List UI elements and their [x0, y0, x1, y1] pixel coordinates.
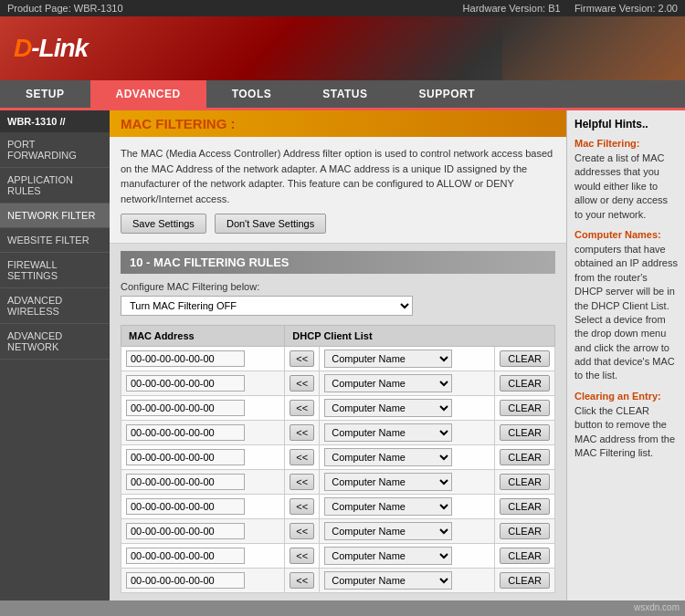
arrow-button[interactable]: << [290, 572, 314, 589]
hints-mac-heading: Mac Filtering: [574, 138, 678, 149]
table-row: <<Computer NameCLEAR [121, 371, 555, 396]
sidebar-header: WBR-1310 // [0, 110, 110, 132]
arrow-button[interactable]: << [290, 449, 314, 465]
dhcp-client-select[interactable]: Computer Name [324, 497, 452, 516]
dhcp-client-select[interactable]: Computer Name [324, 473, 452, 491]
hints-computer-text: computers that have obtained an IP addre… [574, 243, 678, 383]
mac-address-input[interactable] [126, 375, 245, 392]
clear-button[interactable]: CLEAR [500, 572, 550, 589]
hints-clear-text: Click the CLEAR button to remove the MAC… [574, 404, 678, 461]
dhcp-client-select[interactable]: Computer Name [324, 547, 452, 565]
dhcp-client-select[interactable]: Computer Name [324, 423, 452, 442]
sidebar-item-network-filter[interactable]: NETWORK FILTER [0, 204, 110, 228]
clear-button[interactable]: CLEAR [500, 474, 550, 490]
sidebar-item-advanced-network[interactable]: ADVANCED NETWORK [0, 324, 110, 360]
mac-address-input[interactable] [126, 474, 245, 490]
arrow-button[interactable]: << [290, 375, 314, 392]
mac-address-input[interactable] [126, 350, 245, 367]
header: D-Link [0, 16, 685, 80]
dhcp-client-select[interactable]: Computer Name [324, 374, 452, 392]
rules-title: 10 - MAC FILTERING RULES [121, 251, 555, 274]
page-title: MAC FILTERING : [110, 110, 566, 137]
table-row: <<Computer NameCLEAR [121, 421, 555, 445]
table-row: <<Computer NameCLEAR [121, 396, 555, 421]
save-settings-button[interactable]: Save Settings [121, 214, 206, 234]
hints-mac-text: Create a list of MAC addresses that you … [574, 151, 678, 222]
arrow-button[interactable]: << [290, 498, 314, 515]
col-dhcp: DHCP Client List [285, 326, 555, 347]
clear-button[interactable]: CLEAR [500, 400, 550, 416]
table-row: <<Computer NameCLEAR [121, 544, 555, 569]
mac-address-input[interactable] [126, 498, 245, 515]
tab-support[interactable]: SUPPORT [393, 80, 501, 108]
arrow-button[interactable]: << [290, 474, 314, 490]
sidebar: WBR-1310 // PORT FORWARDING APPLICATION … [0, 110, 110, 600]
filter-mode-select[interactable]: Turn MAC Filtering OFF [121, 296, 413, 316]
sidebar-item-port-forwarding[interactable]: PORT FORWARDING [0, 132, 110, 168]
sidebar-item-website-filter[interactable]: WEBSITE FILTER [0, 228, 110, 253]
tab-status[interactable]: STATUS [297, 80, 393, 108]
table-row: <<Computer NameCLEAR [121, 347, 555, 371]
mac-address-input[interactable] [126, 449, 245, 465]
clear-button[interactable]: CLEAR [500, 449, 550, 465]
top-bar: Product Page: WBR-1310 Hardware Version:… [0, 0, 685, 16]
clear-button[interactable]: CLEAR [500, 523, 550, 539]
clear-button[interactable]: CLEAR [500, 498, 550, 515]
content-with-hints: MAC FILTERING : The MAC (Media Access Co… [110, 110, 685, 600]
table-row: <<Computer NameCLEAR [121, 470, 555, 495]
dhcp-client-select[interactable]: Computer Name [324, 522, 452, 540]
clear-button[interactable]: CLEAR [500, 375, 550, 392]
arrow-button[interactable]: << [290, 548, 314, 564]
dhcp-client-select[interactable]: Computer Name [324, 399, 452, 417]
rules-section: 10 - MAC FILTERING RULES Configure MAC F… [110, 244, 566, 600]
dont-save-settings-button[interactable]: Don't Save Settings [215, 214, 326, 234]
main-layout: WBR-1310 // PORT FORWARDING APPLICATION … [0, 110, 685, 600]
mac-address-input[interactable] [126, 424, 245, 441]
logo: D-Link [14, 34, 88, 63]
clear-button[interactable]: CLEAR [500, 350, 550, 367]
footer: wsxdn.com [0, 600, 685, 614]
clear-button[interactable]: CLEAR [500, 548, 550, 564]
mac-address-input[interactable] [126, 548, 245, 564]
table-row: <<Computer NameCLEAR [121, 445, 555, 470]
configure-label: Configure MAC Filtering below: [121, 281, 555, 292]
sidebar-item-advanced-wireless[interactable]: ADVANCED WIRELESS [0, 288, 110, 324]
table-row: <<Computer NameCLEAR [121, 569, 555, 593]
table-row: <<Computer NameCLEAR [121, 495, 555, 519]
arrow-button[interactable]: << [290, 350, 314, 367]
mac-address-input[interactable] [126, 523, 245, 539]
hints-clear-heading: Clearing an Entry: [574, 391, 678, 402]
hints-computer-heading: Computer Names: [574, 229, 678, 240]
tab-setup[interactable]: SETUP [0, 80, 90, 108]
mac-address-input[interactable] [126, 572, 245, 589]
version-info: Hardware Version: B1 Firmware Version: 2… [463, 3, 678, 14]
col-mac: MAC Address [121, 326, 285, 347]
sidebar-item-application-rules[interactable]: APPLICATION RULES [0, 168, 110, 204]
sidebar-item-firewall-settings[interactable]: FIREWALL SETTINGS [0, 253, 110, 288]
page-description: The MAC (Media Access Controller) Addres… [110, 137, 566, 244]
dhcp-client-select[interactable]: Computer Name [324, 350, 452, 368]
mac-filtering-table: MAC Address DHCP Client List <<Computer … [121, 325, 555, 593]
tab-tools[interactable]: TooLs [206, 80, 298, 108]
dhcp-client-select[interactable]: Computer Name [324, 571, 452, 590]
arrow-button[interactable]: << [290, 400, 314, 416]
hints-panel: Helpful Hints.. Mac Filtering: Create a … [566, 110, 685, 600]
content-main: MAC FILTERING : The MAC (Media Access Co… [110, 110, 566, 600]
clear-button[interactable]: CLEAR [500, 424, 550, 441]
table-row: <<Computer NameCLEAR [121, 519, 555, 544]
product-label: Product Page: WBR-1310 [7, 3, 123, 14]
tab-advanced[interactable]: ADVANCED [90, 80, 206, 108]
arrow-button[interactable]: << [290, 523, 314, 539]
arrow-button[interactable]: << [290, 424, 314, 441]
nav-tabs: SETUP ADVANCED TooLs STATUS SUPPORT [0, 80, 685, 110]
hints-title: Helpful Hints.. [574, 118, 678, 131]
mac-address-input[interactable] [126, 400, 245, 416]
dhcp-client-select[interactable]: Computer Name [324, 448, 452, 466]
